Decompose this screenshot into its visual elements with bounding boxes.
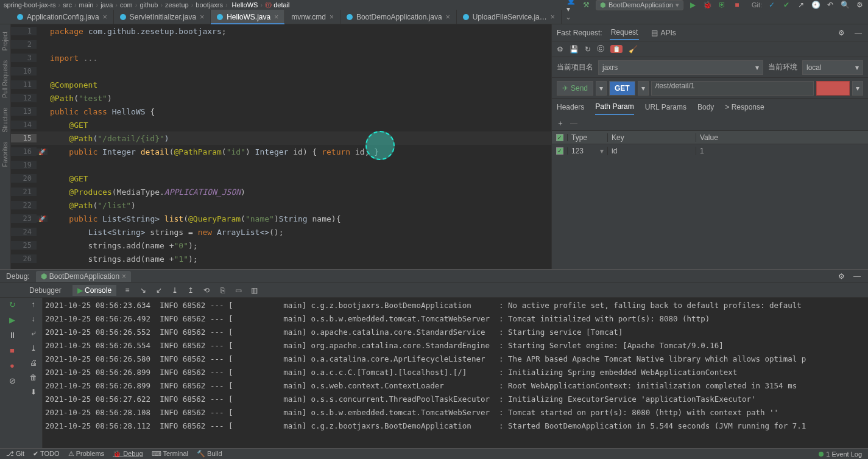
- param-checkbox[interactable]: ✓: [556, 147, 563, 155]
- send-more-button[interactable]: ▾: [596, 81, 607, 96]
- revert-icon[interactable]: ↶: [825, 0, 835, 10]
- rerun-icon[interactable]: ↻: [9, 300, 16, 309]
- tabs-overflow[interactable]: ⌄: [562, 10, 575, 24]
- side-tab[interactable]: Pull Requests: [2, 55, 9, 103]
- side-tab[interactable]: Project: [2, 27, 9, 55]
- status-item[interactable]: ⌨ Terminal: [152, 450, 188, 458]
- breadcrumb-item[interactable]: main: [79, 1, 94, 9]
- status-item[interactable]: 🐞 Debug: [113, 450, 143, 458]
- close-icon[interactable]: ×: [103, 13, 107, 21]
- close-icon[interactable]: ×: [122, 272, 126, 281]
- threads-icon[interactable]: ▭: [233, 286, 243, 295]
- param-tab[interactable]: Headers: [557, 100, 584, 114]
- git-update-icon[interactable]: ✓: [767, 0, 777, 10]
- param-tab[interactable]: URL Params: [645, 100, 686, 114]
- step-out-icon[interactable]: ↙: [154, 286, 164, 295]
- wrap-icon[interactable]: ⤶: [30, 329, 37, 338]
- status-item[interactable]: ✔ TODO: [33, 450, 59, 458]
- step-over-icon[interactable]: ≡: [122, 286, 132, 295]
- file-tab[interactable]: BootDemoApplication.java×: [340, 10, 457, 24]
- run-icon[interactable]: ▶: [688, 0, 698, 10]
- close-icon[interactable]: ×: [446, 13, 450, 21]
- git-push-icon[interactable]: ↗: [796, 0, 806, 10]
- git-commit-icon[interactable]: ✔: [782, 0, 791, 10]
- debug-run-tab[interactable]: ⬢ BootDemoApplication ×: [36, 271, 131, 282]
- debugger-tab[interactable]: Debugger: [24, 285, 66, 296]
- stop-icon[interactable]: ■: [732, 0, 742, 10]
- settings-icon[interactable]: ⚙: [855, 0, 864, 10]
- layout-icon[interactable]: ▥: [249, 286, 259, 295]
- gear-icon[interactable]: ⚙: [836, 28, 846, 38]
- mute-bp-icon[interactable]: ⊘: [9, 376, 16, 385]
- save-icon[interactable]: 💾: [570, 45, 579, 54]
- status-item[interactable]: ⎇ Git: [6, 450, 24, 458]
- apis-icon[interactable]: ▤: [651, 29, 658, 37]
- breadcrumb-item[interactable]: HelloWS: [230, 1, 258, 9]
- file-tab[interactable]: mvnw.cmd×: [285, 10, 340, 24]
- save-more-button[interactable]: ▾: [852, 81, 863, 96]
- coverage-icon[interactable]: ⛨: [718, 0, 727, 10]
- download-icon[interactable]: ⬇: [30, 388, 37, 396]
- scroll-end-icon[interactable]: ⤓: [30, 344, 37, 352]
- close-icon[interactable]: ×: [330, 13, 334, 21]
- breadcrumb-item[interactable]: spring-boot-jax-rs: [4, 1, 56, 9]
- close-icon[interactable]: ×: [200, 13, 204, 21]
- close-icon[interactable]: ×: [551, 13, 555, 21]
- breadcrumb-item[interactable]: src: [63, 1, 72, 9]
- breadcrumb[interactable]: spring-boot-jax-rs›src›main›java›com›git…: [4, 1, 289, 10]
- run-gutter-icon[interactable]: 🚀: [38, 149, 46, 155]
- resume-icon[interactable]: ▶: [9, 315, 15, 324]
- project-select[interactable]: jaxrs▾: [598, 60, 763, 75]
- breadcrumb-item[interactable]: zesetup: [165, 1, 189, 9]
- file-tab[interactable]: ServletInitializer.java×: [114, 10, 211, 24]
- trash-icon[interactable]: 🗑: [30, 373, 37, 382]
- url-input[interactable]: /test/detail/1: [651, 81, 814, 96]
- config-icon[interactable]: ⚙: [557, 45, 563, 54]
- minimize-icon[interactable]: —: [853, 28, 863, 38]
- minimize-icon[interactable]: —: [852, 272, 862, 281]
- copy-badge[interactable]: 📋: [610, 45, 623, 53]
- side-tab[interactable]: Favorites: [2, 137, 9, 172]
- side-tab[interactable]: Structure: [2, 103, 9, 138]
- print-icon[interactable]: 🖨: [30, 359, 37, 367]
- file-tab[interactable]: ApplicationConfig.java×: [11, 10, 114, 24]
- breadcrumb-item[interactable]: java: [101, 1, 113, 9]
- debug-icon[interactable]: 🐞: [703, 0, 713, 10]
- console-output[interactable]: 2021-10-25 08:56:23.634 INFO 68562 --- […: [43, 298, 868, 448]
- run-to-cursor-icon[interactable]: ↥: [186, 286, 196, 295]
- env-select[interactable]: local▾: [802, 60, 863, 75]
- run-gutter-icon[interactable]: 🚀: [38, 215, 46, 222]
- console-tab[interactable]: ▶ Console: [72, 285, 116, 296]
- refresh-icon[interactable]: ↻: [585, 45, 591, 54]
- param-row[interactable]: ✓123▾id1: [552, 144, 868, 157]
- stop-icon[interactable]: ■: [10, 346, 15, 355]
- param-tab[interactable]: Path Param: [595, 99, 633, 115]
- param-tab[interactable]: Body: [697, 100, 714, 114]
- breakpoint-icon[interactable]: ●: [10, 361, 15, 370]
- curl-icon[interactable]: ⓒ: [597, 44, 604, 54]
- breadcrumb-item[interactable]: ⓜ detail: [265, 1, 289, 10]
- run-config-select[interactable]: ⬢ BootDemoApplication ▾: [596, 0, 683, 10]
- hammer-icon[interactable]: ⚒: [581, 0, 591, 10]
- event-log[interactable]: 1 Event Log: [819, 450, 862, 458]
- gear-icon[interactable]: ⚙: [836, 272, 846, 281]
- check-all[interactable]: ✓: [556, 134, 563, 141]
- file-tab[interactable]: UploadFileService.ja…×: [457, 10, 562, 24]
- add-param-button[interactable]: ＋: [557, 118, 564, 128]
- force-step-icon[interactable]: ⤓: [170, 286, 180, 295]
- apis-label[interactable]: APIs: [660, 29, 676, 37]
- close-icon[interactable]: ×: [274, 13, 278, 21]
- clear-icon[interactable]: 🧹: [629, 45, 638, 54]
- status-item[interactable]: ⚠ Problems: [68, 450, 105, 458]
- http-method-select[interactable]: GET: [609, 81, 635, 96]
- history-icon[interactable]: 🕘: [811, 0, 820, 10]
- param-tab[interactable]: > Response: [725, 100, 764, 114]
- request-tab[interactable]: Request: [610, 26, 640, 40]
- breadcrumb-item[interactable]: github: [139, 1, 158, 9]
- status-item[interactable]: 🔨 Build: [197, 450, 222, 458]
- breadcrumb-item[interactable]: bootjaxrs: [196, 1, 223, 9]
- breadcrumb-item[interactable]: com: [120, 1, 133, 9]
- remove-param-button[interactable]: —: [570, 119, 577, 127]
- frames-icon[interactable]: ⎘: [217, 286, 227, 295]
- arrow-down-icon[interactable]: ↓: [32, 315, 35, 323]
